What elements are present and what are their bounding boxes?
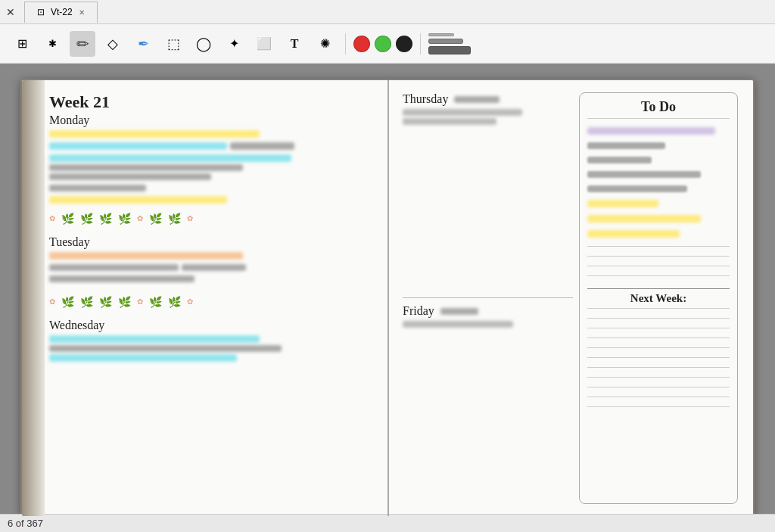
toolbar-separator-1 (345, 33, 346, 54)
next-week-title: Next Week: (587, 288, 730, 309)
toolbar: ⊞ ✱ ✏ ◇ ✒ ⬚ ◯ ✦ ⬜ T ✺ (0, 24, 775, 64)
next-week-line-8 (587, 387, 730, 387)
tab-icon: ⊡ (37, 7, 45, 17)
next-week-line-7 (587, 377, 730, 378)
status-bar: 6 of 367 (0, 514, 775, 532)
page-info: 6 of 367 (8, 518, 43, 529)
floral-divider-tuesday: ✿ 🌿 🌿 🌿 🌿 ✿ 🌿 🌿 ✿ (49, 291, 372, 313)
stroke-width-thin[interactable] (428, 33, 454, 36)
tab-bar: ⊡ Vt-22 ✕ (24, 2, 98, 23)
pen-button[interactable]: ✏ (70, 31, 95, 57)
active-tab[interactable]: ⊡ Vt-22 ✕ (24, 2, 98, 23)
eraser-button[interactable]: ◇ (100, 31, 126, 57)
right-page: Thursday Friday (388, 80, 753, 516)
friday-section: Friday (403, 304, 573, 504)
todo-ruled-line-4 (587, 275, 730, 276)
monday-header: Monday (49, 114, 372, 127)
thursday-section: Thursday (403, 92, 573, 299)
friday-header: Friday (403, 304, 573, 318)
thursday-header: Thursday (403, 92, 573, 106)
stroke-width-medium[interactable] (428, 39, 463, 44)
select-button[interactable]: ⬚ (160, 31, 186, 57)
color-green[interactable] (375, 36, 391, 52)
title-bar-left: ✕ ⊡ Vt-22 ✕ (6, 2, 98, 23)
toolbar-separator-2 (420, 33, 421, 54)
main-content: Week 21 Monday (0, 64, 775, 532)
next-week-line-1 (587, 318, 730, 319)
sidebar-toggle-button[interactable]: ⊞ (9, 31, 35, 57)
color-red[interactable] (353, 36, 370, 52)
shape-button[interactable]: ✦ (221, 31, 247, 57)
text-button[interactable]: T (282, 31, 307, 57)
next-week-line-2 (587, 328, 730, 328)
next-week-line-9 (587, 397, 730, 397)
todo-ruled-line-1 (587, 246, 730, 247)
tab-label: Vt-22 (51, 7, 73, 17)
todo-ruled-line-3 (587, 266, 730, 266)
next-week-line-5 (587, 357, 730, 358)
lasso-button[interactable]: ◯ (191, 31, 216, 57)
tuesday-section: Tuesday ✿ 🌿 🌿 🌿 🌿 ✿ (49, 235, 372, 313)
highlighter-button[interactable]: ✒ (130, 31, 156, 57)
wednesday-header: Wednesday (49, 319, 372, 332)
wednesday-section: Wednesday (49, 319, 372, 362)
tuesday-header: Tuesday (49, 235, 372, 249)
monday-section: Monday (49, 114, 372, 229)
left-page: Week 21 Monday (22, 80, 388, 516)
stroke-width-thick[interactable] (428, 46, 471, 54)
week-title: Week 21 (49, 92, 372, 112)
page-divider (388, 80, 389, 516)
bluetooth-button[interactable]: ✱ (39, 31, 65, 57)
color-black[interactable] (396, 36, 412, 52)
todo-title: To Do (587, 99, 730, 119)
tab-close-button[interactable]: ✕ (79, 8, 85, 17)
image-button[interactable]: ⬜ (251, 31, 277, 57)
next-week-line-10 (587, 406, 730, 407)
next-week-line-6 (587, 367, 730, 368)
next-week-line-4 (587, 347, 730, 348)
close-button[interactable]: ✕ (6, 6, 15, 18)
todo-ruled-line-2 (587, 256, 730, 257)
title-bar: ✕ ⊡ Vt-22 ✕ (0, 0, 775, 24)
sparkle-button[interactable]: ✺ (312, 31, 338, 57)
notebook: Week 21 Monday (20, 79, 755, 518)
next-week-line-3 (587, 338, 730, 338)
todo-box: To Do (579, 92, 738, 504)
right-days: Thursday Friday (403, 92, 573, 504)
floral-divider-monday: ✿ 🌿 🌿 🌿 🌿 ✿ 🌿 🌿 ✿ (49, 208, 372, 229)
